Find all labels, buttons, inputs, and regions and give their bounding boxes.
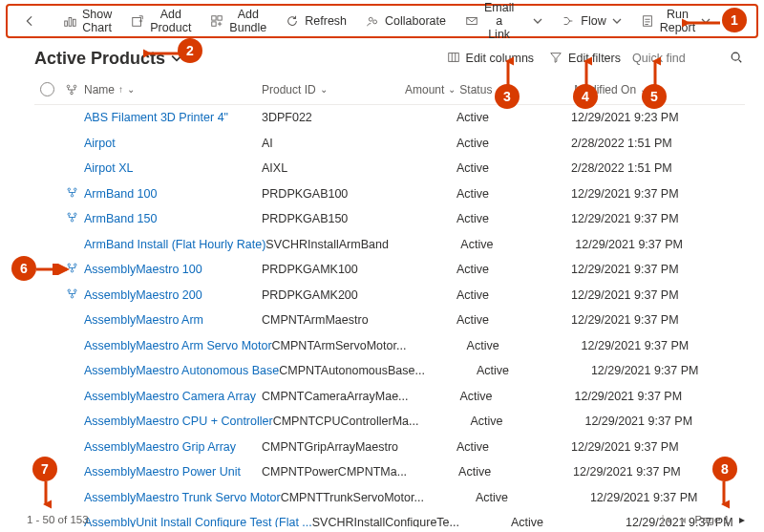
- arrow-2: [143, 48, 180, 59]
- flow-button[interactable]: Flow: [554, 8, 628, 34]
- data-grid: Name ↑ ⌄ Product ID ⌄ Amount ⌄ Status ⌄ …: [0, 74, 764, 527]
- back-button[interactable]: [15, 8, 44, 34]
- grid-footer: 1 - 50 of 153 |◂ ◂ Page 1 ▸: [0, 513, 764, 526]
- col-status-label: Status: [459, 83, 492, 96]
- edit-filters-label: Edit filters: [568, 52, 621, 65]
- row-name-link[interactable]: Airpot XL: [84, 161, 133, 175]
- show-chart-button[interactable]: Show Chart: [55, 8, 119, 34]
- add-product-label: Add Product: [150, 8, 191, 34]
- col-name-header[interactable]: Name ↑ ⌄: [84, 83, 262, 96]
- report-icon: [641, 14, 654, 28]
- row-modified: 2/28/2022 1:51 PM: [571, 137, 672, 150]
- col-product-id-header[interactable]: Product ID ⌄: [262, 83, 405, 96]
- arrow-8: [718, 481, 730, 510]
- search-input[interactable]: [632, 52, 718, 65]
- table-row[interactable]: ArmBand Install (Flat Hourly Rate)SVCHRI…: [34, 232, 745, 258]
- sort-ascending-icon: ↑: [118, 84, 123, 95]
- table-row[interactable]: AssemblyMaestro Camera ArrayCMPNTCameraA…: [34, 384, 745, 410]
- row-name-link[interactable]: ABS Filament 3D Printer 4": [84, 111, 228, 124]
- col-product-id-label: Product ID: [262, 83, 316, 96]
- row-name-link[interactable]: AssemblyMaestro Autonomous Base: [84, 364, 279, 377]
- row-status: Active: [456, 212, 489, 225]
- email-link-split-button[interactable]: [533, 8, 542, 34]
- row-modified: 12/29/2021 9:37 PM: [571, 440, 679, 454]
- row-name-link[interactable]: ArmBand 100: [84, 187, 157, 201]
- arrow-5: [649, 55, 661, 86]
- table-row[interactable]: AssemblyMaestro Power UnitCMPNTPowerCMPN…: [34, 459, 745, 485]
- callout-8: 8: [712, 457, 737, 481]
- callout-1: 1: [722, 8, 747, 32]
- prev-page-button[interactable]: ◂: [680, 513, 686, 526]
- table-row[interactable]: ArmBand 150PRDPKGAB150Active12/29/2021 9…: [34, 206, 745, 232]
- row-name-link[interactable]: AssemblyMaestro Arm: [84, 313, 203, 327]
- hierarchy-icon-cell[interactable]: [59, 186, 84, 202]
- row-name-link[interactable]: ArmBand Install (Flat Hourly Rate): [84, 238, 265, 251]
- row-status: Active: [456, 111, 489, 124]
- row-status: Active: [456, 187, 489, 201]
- select-all[interactable]: [34, 82, 59, 96]
- col-amount-header[interactable]: Amount ⌄: [405, 83, 456, 96]
- row-name-link[interactable]: AssemblyMaestro Trunk Servo Motor: [84, 491, 281, 504]
- row-name-link[interactable]: AssemblyMaestro Camera Array: [84, 390, 256, 403]
- table-row[interactable]: Airpot XLAIXLActive2/28/2022 1:51 PM: [34, 156, 745, 181]
- email-link-button[interactable]: Email a Link: [457, 8, 521, 34]
- first-page-button[interactable]: |◂: [661, 513, 669, 526]
- row-modified: 12/29/2021 9:37 PM: [582, 339, 690, 352]
- row-name-link[interactable]: AssemblyMaestro 200: [84, 288, 202, 302]
- table-row[interactable]: ArmBand 100PRDPKGAB100Active12/29/2021 9…: [34, 181, 745, 207]
- table-row[interactable]: AssemblyMaestro Grip ArrayCMPNTGripArray…: [34, 435, 745, 460]
- arrow-6: [36, 264, 73, 275]
- svg-point-25: [68, 289, 70, 291]
- table-row[interactable]: AssemblyMaestro 200PRDPKGAMK200Active12/…: [34, 283, 745, 309]
- row-name-link[interactable]: AssemblyMaestro Arm Servo Motor: [84, 339, 272, 352]
- collaborate-button[interactable]: Collaborate: [358, 8, 454, 34]
- show-chart-label: Show Chart: [82, 8, 112, 34]
- row-name-link[interactable]: AssemblyMaestro 100: [84, 263, 202, 276]
- hierarchy-icon-cell[interactable]: [59, 287, 84, 303]
- hierarchy-icon-cell[interactable]: [59, 211, 84, 226]
- table-row[interactable]: AssemblyMaestro Trunk Servo MotorCMPNTTr…: [34, 485, 745, 511]
- email-icon: [465, 14, 478, 28]
- svg-point-19: [68, 213, 70, 215]
- table-row[interactable]: AssemblyMaestro CPU + ControllerCMPNTCPU…: [34, 409, 745, 435]
- next-page-button[interactable]: ▸: [739, 513, 745, 526]
- table-row[interactable]: AssemblyMaestro 100PRDPKGAMK100Active12/…: [34, 257, 745, 283]
- row-status: Active: [470, 415, 502, 428]
- row-name-link[interactable]: ArmBand 150: [84, 212, 157, 225]
- row-status: Active: [456, 288, 489, 302]
- edit-columns-button[interactable]: Edit columns: [439, 47, 542, 71]
- table-row[interactable]: AssemblyMaestro Autonomous BaseCMPNTAuto…: [34, 358, 745, 384]
- table-row[interactable]: AssemblyMaestro ArmCMPNTArmMaestroActive…: [34, 308, 745, 333]
- row-status: Active: [456, 313, 489, 327]
- chevron-down-icon: [612, 16, 622, 26]
- table-row[interactable]: ABS Filament 3D Printer 4"3DPF022Active1…: [34, 105, 745, 131]
- refresh-button[interactable]: Refresh: [278, 8, 354, 34]
- filter-icon: [549, 51, 562, 67]
- table-row[interactable]: AssemblyMaestro Arm Servo MotorCMPNTArmS…: [34, 333, 745, 359]
- row-name-link[interactable]: AssemblyMaestro Power Unit: [84, 465, 241, 479]
- row-product-id: AIXL: [262, 161, 287, 175]
- table-row[interactable]: AirpotAIActive2/28/2022 1:51 PM: [34, 131, 745, 157]
- svg-rect-1: [69, 18, 72, 27]
- row-modified: 12/29/2021 9:37 PM: [571, 288, 679, 302]
- row-modified: 12/29/2021 9:37 PM: [591, 364, 699, 377]
- row-name-link[interactable]: AssemblyMaestro CPU + Controller: [84, 415, 273, 428]
- email-link-label: Email a Link: [484, 1, 514, 41]
- svg-point-27: [71, 295, 73, 297]
- svg-rect-5: [218, 16, 222, 20]
- hierarchy-icon: [66, 211, 78, 226]
- svg-point-20: [74, 213, 75, 215]
- svg-rect-4: [212, 16, 216, 20]
- row-name-link[interactable]: Airpot: [84, 137, 116, 150]
- chevron-down-icon: ⌄: [320, 84, 328, 95]
- svg-point-12: [732, 53, 739, 60]
- add-bundle-button[interactable]: Add Bundle: [202, 8, 274, 34]
- add-product-button[interactable]: Add Product: [123, 8, 199, 34]
- pager: |◂ ◂ Page 1 ▸: [661, 513, 745, 526]
- row-name-link[interactable]: AssemblyMaestro Grip Array: [84, 440, 236, 454]
- search-icon[interactable]: [730, 51, 743, 67]
- collaborate-icon: [366, 14, 379, 28]
- svg-rect-6: [212, 22, 216, 26]
- col-name-label: Name: [84, 83, 115, 96]
- chevron-down-icon: ⌄: [448, 84, 456, 95]
